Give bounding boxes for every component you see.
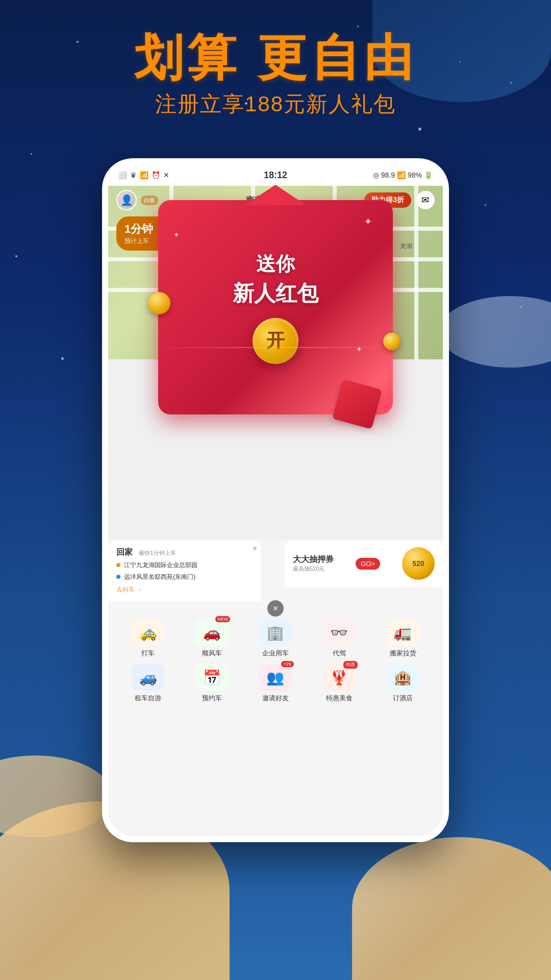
overlay-close-button[interactable]: × bbox=[267, 600, 284, 617]
notification-icon: ⬜ bbox=[118, 171, 127, 179]
coupon-max-amount: 最高抽520元 bbox=[293, 565, 334, 573]
rental-label: 租车自游 bbox=[135, 694, 161, 703]
phone-mockup: ⬜ ♛ 📶 ⏰ ✕ 18:12 ◎ 98.9 📶 98% 🔋 bbox=[102, 158, 449, 842]
invite-icon: 👥 +29 bbox=[259, 664, 292, 691]
battery-icon: 🔋 bbox=[424, 171, 433, 179]
service-item-rideshare[interactable]: 🚗 NEW 顺风车 bbox=[180, 619, 244, 658]
battery-pct: 98% bbox=[408, 171, 422, 179]
driver-label: 代驾 bbox=[333, 649, 346, 658]
invite-label: 邀请好友 bbox=[262, 694, 289, 703]
scheduled-icon: 📅 bbox=[195, 664, 228, 691]
coupon-title: 大大抽押券 bbox=[293, 554, 334, 565]
crown-icon: ♛ bbox=[130, 171, 137, 179]
enterprise-icon: 🏢 bbox=[259, 619, 292, 646]
vip-badge: 白银 bbox=[141, 195, 158, 205]
red-packet[interactable]: ✦ ✦ ✦ 送你 新人红包 开 bbox=[158, 200, 393, 414]
taxi-label: 打车 bbox=[141, 649, 155, 658]
service-item-taxi[interactable]: 🚕 打车 bbox=[116, 619, 180, 658]
gold-ball-left bbox=[148, 292, 170, 314]
food-label: 特惠美食 bbox=[326, 694, 353, 703]
go-home-card[interactable]: 回家 最快1分钟上车 × 江宁九龙湖国际企业总部园 远洋风景名邸西苑(东南门) … bbox=[108, 540, 261, 601]
go-home-dest2: 远洋风景名邸西苑(东南门) bbox=[116, 573, 253, 581]
red-packet-line2: 新人红包 bbox=[233, 279, 318, 308]
message-button[interactable]: ✉ bbox=[416, 191, 435, 209]
go-home-subtitle: 最快1分钟上车 bbox=[139, 550, 176, 556]
status-icons-left: ⬜ ♛ 📶 ⏰ ✕ bbox=[118, 171, 169, 179]
rental-icon: 🚙 bbox=[132, 664, 164, 691]
moving-icon: 🚛 bbox=[387, 619, 419, 646]
go-home-link[interactable]: 去叫车 → bbox=[116, 585, 253, 594]
enterprise-label: 企业用车 bbox=[262, 649, 289, 658]
location-icon: ◎ bbox=[373, 171, 379, 179]
main-title: 划算 更自由 bbox=[0, 31, 551, 85]
hotel-label: 订酒店 bbox=[393, 694, 413, 703]
go-home-close-button[interactable]: × bbox=[253, 544, 257, 553]
service-grid: 🚕 打车 🚗 NEW 顺风车 🏢 企业用车 bbox=[108, 619, 443, 703]
moving-label: 搬家拉货 bbox=[390, 649, 416, 658]
map-label-longhuzhen: 龙湖 bbox=[400, 242, 412, 251]
service-item-driver[interactable]: 👓 代驾 bbox=[307, 619, 371, 658]
service-item-invite[interactable]: 👥 +29 邀请好友 bbox=[244, 664, 308, 703]
taxi-icon: 🚕 bbox=[132, 619, 164, 646]
food-icon: 🦞 特惠 bbox=[323, 664, 356, 691]
go-home-dest1: 江宁九龙湖国际企业总部园 bbox=[116, 561, 253, 570]
status-bar: ⬜ ♛ 📶 ⏰ ✕ 18:12 ◎ 98.9 📶 98% 🔋 bbox=[108, 164, 443, 186]
new-badge: NEW bbox=[215, 616, 230, 622]
status-icons-right: ◎ 98.9 📶 98% 🔋 bbox=[373, 171, 433, 179]
red-packet-open-button[interactable]: 开 bbox=[253, 318, 298, 364]
status-time: 18:12 bbox=[264, 170, 287, 181]
sub-title: 注册立享188元新人礼包 bbox=[0, 90, 551, 118]
signal-strength: 98.9 bbox=[381, 171, 395, 179]
phone-screen: ⬜ ♛ 📶 ⏰ ✕ 18:12 ◎ 98.9 📶 98% 🔋 bbox=[108, 164, 443, 836]
go-home-title: 回家 bbox=[116, 548, 133, 556]
service-item-rental[interactable]: 🚙 租车自游 bbox=[116, 664, 180, 703]
red-packet-fold bbox=[245, 185, 306, 205]
eta-subtitle: 预计上车 bbox=[124, 237, 153, 246]
coupon-card[interactable]: 大大抽押券 最高抽520元 GO> 520 bbox=[285, 540, 443, 587]
service-item-food[interactable]: 🦞 特惠 特惠美食 bbox=[307, 664, 371, 703]
cloud-mid-right bbox=[439, 296, 551, 368]
food-promo-badge: 特惠 bbox=[343, 661, 358, 669]
star-icon-2: ✦ bbox=[173, 231, 180, 239]
sim-icon: 📶 bbox=[140, 171, 148, 179]
header-section: 划算 更自由 注册立享188元新人礼包 bbox=[0, 31, 551, 118]
invite-count-badge: +29 bbox=[281, 661, 294, 667]
red-packet-overlay[interactable]: ✦ ✦ ✦ 送你 新人红包 开 bbox=[158, 200, 393, 414]
red-packet-line1: 送你 bbox=[256, 251, 295, 277]
bullet-origin bbox=[116, 563, 120, 567]
bullet-dest bbox=[116, 575, 120, 579]
star-icon-3: ✦ bbox=[356, 345, 362, 353]
red-packet-pocket bbox=[332, 379, 382, 429]
coupon-go-button[interactable]: GO> bbox=[356, 558, 380, 570]
red-packet-divider bbox=[158, 347, 393, 348]
user-avatar[interactable]: 👤 bbox=[116, 190, 137, 210]
service-item-moving[interactable]: 🚛 搬家拉货 bbox=[371, 619, 435, 658]
service-item-scheduled[interactable]: 📅 预约车 bbox=[180, 664, 244, 703]
service-item-hotel[interactable]: 🏨 订酒店 bbox=[371, 664, 435, 703]
hotel-icon: 🏨 bbox=[387, 664, 419, 691]
prize-coin-display: 520 bbox=[402, 547, 435, 580]
rideshare-icon: 🚗 NEW bbox=[195, 619, 228, 646]
prize-coin-text: 520 bbox=[412, 559, 424, 568]
alarm-icon: ⏰ bbox=[152, 171, 160, 179]
phone-frame: ⬜ ♛ 📶 ⏰ ✕ 18:12 ◎ 98.9 📶 98% 🔋 bbox=[102, 158, 449, 842]
scheduled-label: 预约车 bbox=[202, 694, 222, 703]
star-icon-1: ✦ bbox=[364, 215, 372, 228]
bottom-cards-area: 回家 最快1分钟上车 × 江宁九龙湖国际企业总部园 远洋风景名邸西苑(东南门) … bbox=[108, 540, 443, 836]
driver-icon: 👓 bbox=[323, 619, 356, 646]
service-item-enterprise[interactable]: 🏢 企业用车 bbox=[244, 619, 308, 658]
avatar-area[interactable]: 👤 白银 bbox=[116, 190, 158, 210]
rideshare-label: 顺风车 bbox=[202, 649, 222, 658]
eta-time: 1分钟 bbox=[124, 222, 153, 237]
close-icon-small: ✕ bbox=[163, 171, 169, 179]
cloud-bottom-right bbox=[352, 837, 551, 980]
wifi-icon: 📶 bbox=[397, 171, 406, 179]
